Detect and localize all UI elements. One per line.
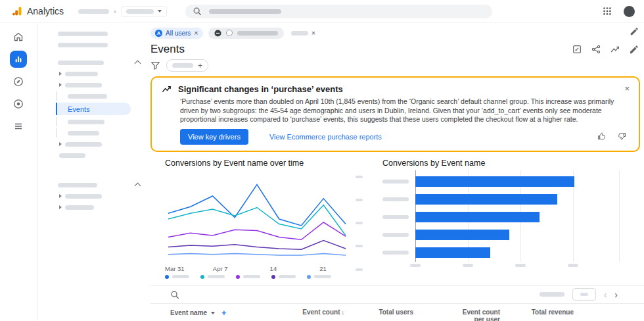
x-tick-label: 14 <box>270 265 277 272</box>
app-name: Analytics <box>27 6 64 16</box>
insights-icon[interactable] <box>610 44 620 55</box>
bar[interactable] <box>415 247 490 258</box>
column-header-event-count-per-user[interactable]: Event count per user <box>413 309 500 321</box>
remove-chip-icon[interactable]: × <box>194 30 198 37</box>
insight-actions: View key drivers View Ecommerce purchase… <box>180 129 630 145</box>
menu-list-icon <box>12 120 24 132</box>
nav-rail-admin[interactable] <box>10 118 27 135</box>
insight-body: ‘Purchase’ events more than doubled on A… <box>180 97 630 124</box>
column-header-event-name[interactable]: Event name + <box>170 309 285 318</box>
avatar[interactable] <box>624 6 635 17</box>
line-series-event-series-3[interactable] <box>168 222 346 239</box>
line-series-event-series-4[interactable] <box>168 240 346 249</box>
pencil-icon <box>630 27 639 36</box>
thumb-down-icon[interactable] <box>617 132 627 141</box>
chevron-down-icon[interactable] <box>211 312 215 314</box>
bar[interactable] <box>415 212 540 222</box>
line-chart[interactable] <box>165 173 349 262</box>
table-search-icon[interactable] <box>170 290 179 299</box>
view-ecommerce-reports-link[interactable]: View Ecommerce purchase reports <box>265 132 386 141</box>
property-selector[interactable] <box>121 6 167 17</box>
bar-row <box>382 226 627 244</box>
sidebar-item-redacted[interactable] <box>37 69 150 78</box>
legend-item <box>271 275 296 279</box>
expand-icon[interactable] <box>59 72 62 76</box>
bar-chart-card: Conversions by Event name <box>382 159 627 279</box>
bar[interactable] <box>415 230 509 240</box>
column-header-total-revenue[interactable]: Total revenue <box>500 309 574 316</box>
y-tick-label-redacted <box>356 222 363 224</box>
sidebar-item-redacted[interactable] <box>56 117 150 126</box>
add-filter-chip[interactable]: + <box>166 59 208 72</box>
search-bar[interactable] <box>185 5 492 18</box>
comparison-chip[interactable] <box>208 28 284 39</box>
bar-category-redacted <box>382 215 409 219</box>
sidebar-item-redacted[interactable] <box>37 203 150 212</box>
search-query-redacted <box>209 9 281 14</box>
sidebar-item-events[interactable]: Events <box>56 103 131 115</box>
line-series-event-series-1[interactable] <box>168 184 346 226</box>
table-header-row: Event name + Event count↓ Total users Ev… <box>150 303 644 321</box>
filter-funnel-icon[interactable] <box>150 61 160 70</box>
sidebar-label-redacted <box>58 43 108 47</box>
secondary-comparison-chip[interactable]: × <box>289 28 317 39</box>
sidebar-item-redacted[interactable] <box>37 191 150 201</box>
sidebar-item-redacted[interactable] <box>37 80 150 89</box>
edit-comparisons-button[interactable] <box>630 27 639 39</box>
goto-page-box[interactable] <box>572 288 596 301</box>
share-icon[interactable] <box>591 44 601 55</box>
nav-rail-explore[interactable] <box>10 73 27 90</box>
sidebar: Events <box>37 23 150 321</box>
next-page-button[interactable]: › <box>614 290 618 299</box>
property-name-redacted <box>126 9 154 14</box>
remove-chip-icon[interactable]: × <box>311 30 315 37</box>
nav-rail-reports[interactable] <box>10 51 27 68</box>
expand-icon[interactable] <box>59 83 62 87</box>
collapse-icon[interactable] <box>135 61 141 67</box>
sidebar-item-redacted[interactable] <box>37 180 150 189</box>
view-key-drivers-button[interactable]: View key drivers <box>180 129 248 145</box>
edit-icon[interactable] <box>629 45 639 55</box>
sidebar-item-redacted[interactable] <box>56 128 150 137</box>
sidebar-item-redacted[interactable] <box>37 40 150 49</box>
legend-dot-icon <box>200 275 204 279</box>
add-dimension-button[interactable]: + <box>221 309 226 318</box>
sidebar-item-redacted[interactable] <box>56 91 150 101</box>
line-series-event-series-5[interactable] <box>168 253 346 255</box>
expand-icon[interactable] <box>59 142 62 146</box>
nav-rail-advertising[interactable] <box>10 95 27 112</box>
apps-grid-icon[interactable] <box>602 6 612 16</box>
sidebar-item-redacted[interactable] <box>37 151 150 160</box>
home-icon <box>12 31 24 43</box>
column-header-total-users[interactable]: Total users <box>344 309 413 316</box>
all-users-chip[interactable]: A All users × <box>150 28 203 39</box>
report-toolbar <box>572 44 639 55</box>
app-logo[interactable]: Analytics <box>12 6 64 16</box>
bar-chart-title: Conversions by Event name <box>382 159 627 168</box>
sidebar-label-redacted <box>65 194 102 199</box>
thumb-up-icon[interactable] <box>597 132 607 141</box>
expand-icon[interactable] <box>59 205 62 209</box>
customize-report-icon[interactable] <box>572 44 582 55</box>
column-header-event-count[interactable]: Event count↓ <box>285 309 344 316</box>
account-property-selector[interactable]: › <box>78 6 167 17</box>
close-icon[interactable]: × <box>624 84 630 93</box>
legend-label-redacted <box>172 275 189 278</box>
previous-page-button[interactable]: ‹ <box>604 290 607 299</box>
nav-rail-home[interactable] <box>10 28 27 45</box>
bar[interactable] <box>415 176 574 187</box>
expand-icon[interactable] <box>59 194 62 198</box>
sidebar-item-redacted[interactable] <box>37 58 150 67</box>
bar-chart-plot[interactable] <box>382 173 627 262</box>
sidebar-item-redacted[interactable] <box>37 139 150 149</box>
collapse-icon[interactable] <box>135 183 141 189</box>
bar-row <box>382 244 627 262</box>
reports-icon <box>14 55 23 64</box>
legend-dot-icon <box>236 275 240 279</box>
rows-per-page-redacted[interactable] <box>540 292 564 297</box>
topbar: Analytics › <box>0 0 644 23</box>
x-tick-label-redacted <box>568 264 578 267</box>
table-toolbar: ‹ › <box>150 286 644 303</box>
bar[interactable] <box>415 194 557 205</box>
sidebar-item-redacted[interactable] <box>37 29 150 38</box>
